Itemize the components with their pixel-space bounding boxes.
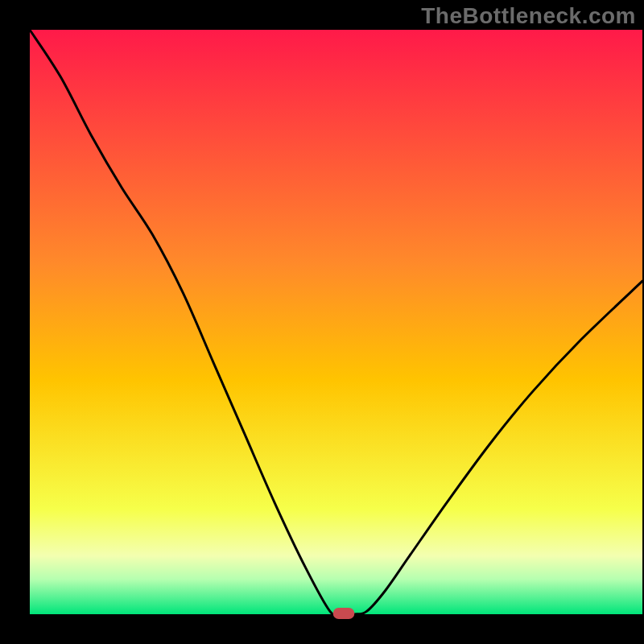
plot-background (30, 30, 642, 614)
watermark: TheBottleneck.com (421, 3, 636, 29)
chart-frame: TheBottleneck.com (0, 0, 644, 644)
min-marker (333, 608, 355, 619)
chart-svg (0, 0, 644, 644)
